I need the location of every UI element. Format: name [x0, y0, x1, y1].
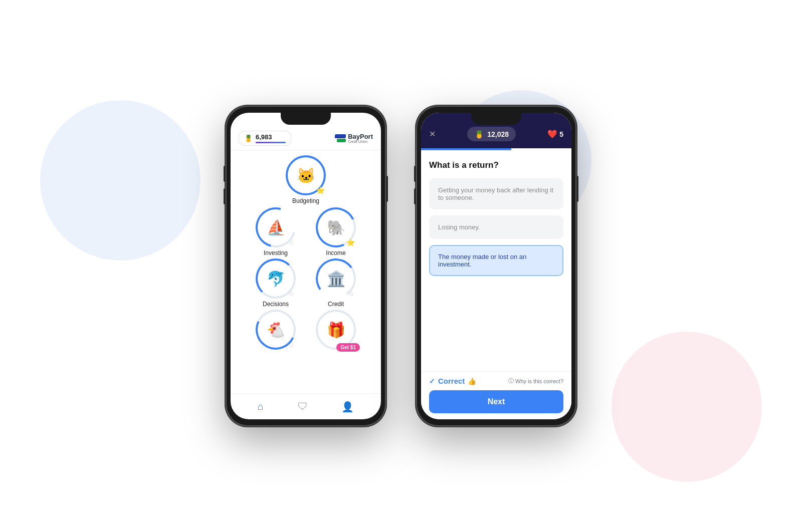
lives-value: 5 [559, 130, 563, 138]
star-budgeting: ⭐ [316, 186, 325, 194]
menu-item-investing[interactable]: ⛵ ☆ Investing [248, 207, 303, 256]
emoji-bottom2: 🎁 [327, 321, 345, 339]
phone-1-nav: ⌂ 🛡 👤 [231, 393, 381, 419]
heart-icon: ❤️ [547, 129, 557, 139]
quiz-score-value: 12,028 [487, 130, 509, 138]
correct-label: Correct [438, 377, 465, 385]
phone-2: ✕ 🍍 12,028 ❤️ 5 What is a return? Gettin… [416, 106, 576, 426]
emoji-bottom1: 🐔 [267, 321, 285, 339]
close-button[interactable]: ✕ [429, 129, 436, 139]
score-pineapple-icon: 🍍 [244, 134, 253, 142]
menu-row-3: 🐔 ☆ 🎁 Get $1 [248, 310, 363, 350]
circle-icon-bottom2: 🎁 Get $1 [316, 310, 356, 350]
star-income: ⭐ [346, 238, 355, 246]
phones-container: 🍍 6,983 BayPort Credit Un [226, 106, 576, 426]
menu-item-credit[interactable]: 🏛️ ☆ Credit [308, 258, 363, 308]
quiz-score-icon: 🍍 [474, 129, 484, 139]
quiz-question: What is a return? [429, 160, 563, 170]
vol-up-button-2 [414, 166, 416, 182]
phone-2-screen: ✕ 🍍 12,028 ❤️ 5 What is a return? Gettin… [421, 113, 571, 419]
power-button-2 [576, 176, 578, 202]
thumbs-up-icon: 👍 [468, 377, 476, 385]
checkmark-icon: ✓ [429, 377, 435, 385]
logo-sub: Credit Union [348, 140, 373, 143]
circle-icon-decisions: 🐬 ☆ [256, 258, 296, 299]
menu-row-1: ⛵ ☆ Investing 🐘 ⭐ Income [248, 207, 363, 256]
answer-option-2[interactable]: Losing money. [429, 215, 563, 239]
lives-display: ❤️ 5 [547, 129, 563, 139]
why-correct-link[interactable]: ⓘ Why is this correct? [508, 377, 563, 385]
correct-row: ✓ Correct 👍 ⓘ Why is this correct? [429, 377, 563, 385]
star-credit: ☆ [348, 290, 355, 298]
get-dollar-badge: Get $1 [336, 343, 360, 352]
menu-item-bottom1[interactable]: 🐔 ☆ [248, 310, 303, 350]
answer-option-3[interactable]: The money made or lost on an investment. [429, 245, 563, 276]
star-investing: ☆ [288, 238, 295, 246]
label-budgeting: Budgeting [292, 197, 319, 204]
phone-2-content: ✕ 🍍 12,028 ❤️ 5 What is a return? Gettin… [421, 113, 571, 419]
star-decisions: ☆ [288, 290, 295, 298]
circle-icon-income: 🐘 ⭐ [316, 207, 356, 247]
circle-icon-investing: ⛵ ☆ [256, 207, 296, 247]
logo-name: BayPort [348, 133, 373, 140]
answer-text-2: Losing money. [438, 223, 480, 231]
menu-item-income[interactable]: 🐘 ⭐ Income [308, 207, 363, 256]
phone-1-screen: 🍍 6,983 BayPort Credit Un [231, 113, 381, 419]
circle-icon-budgeting: 🐱 ⭐ [286, 155, 326, 195]
phone-1-header: 🍍 6,983 BayPort Credit Un [231, 127, 381, 150]
label-decisions: Decisions [263, 301, 289, 308]
flag-green [337, 139, 346, 142]
nav-profile-icon[interactable]: 👤 [341, 401, 354, 413]
notch-2 [471, 113, 521, 125]
quiz-score-pill: 🍍 12,028 [467, 127, 516, 141]
quiz-body: What is a return? Getting your money bac… [421, 150, 571, 371]
score-block: 6,983 [256, 133, 286, 143]
emoji-budgeting: 🐱 [297, 167, 315, 184]
label-income: Income [326, 249, 345, 256]
score-value: 6,983 [256, 133, 286, 141]
flag-blue [335, 134, 346, 138]
quiz-footer: ✓ Correct 👍 ⓘ Why is this correct? Next [421, 371, 571, 419]
menu-row-2: 🐬 ☆ Decisions 🏛️ ☆ Credit [248, 258, 363, 308]
menu-item-decisions[interactable]: 🐬 ☆ Decisions [248, 258, 303, 308]
bayport-logo: BayPort Credit Union [335, 133, 373, 143]
phone-1: 🍍 6,983 BayPort Credit Un [226, 106, 386, 426]
menu-grid: 🐱 ⭐ Budgeting ⛵ ☆ [231, 150, 381, 393]
notch-1 [281, 113, 331, 125]
nav-home-icon[interactable]: ⌂ [258, 401, 264, 412]
logo-flags [335, 134, 346, 142]
vol-down-button [224, 188, 226, 204]
label-investing: Investing [264, 249, 288, 256]
score-badge: 🍍 6,983 [239, 131, 291, 146]
emoji-income: 🐘 [327, 219, 345, 236]
menu-top: 🐱 ⭐ Budgeting [278, 155, 333, 204]
answer-option-1[interactable]: Getting your money back after lending it… [429, 178, 563, 209]
answer-text-1: Getting your money back after lending it… [438, 186, 553, 201]
emoji-credit: 🏛️ [327, 270, 345, 288]
next-button[interactable]: Next [429, 390, 563, 413]
menu-item-bottom2[interactable]: 🎁 Get $1 [308, 310, 363, 350]
score-bar [256, 142, 286, 143]
star-bottom1: ☆ [288, 341, 295, 349]
answer-text-3: The money made or lost on an investment. [438, 253, 526, 268]
nav-shield-icon[interactable]: 🛡 [298, 401, 308, 412]
emoji-decisions: 🐬 [267, 270, 285, 288]
correct-left: ✓ Correct 👍 [429, 377, 476, 385]
emoji-investing: ⛵ [267, 219, 285, 236]
phone-1-content: 🍍 6,983 BayPort Credit Un [231, 113, 381, 419]
why-circle-icon: ⓘ [508, 377, 514, 385]
blob-pink-right [612, 332, 762, 482]
why-label: Why is this correct? [515, 378, 563, 384]
circle-icon-credit: 🏛️ ☆ [316, 258, 356, 299]
circle-icon-bottom1: 🐔 ☆ [256, 310, 296, 350]
vol-down-button-2 [414, 188, 416, 204]
vol-up-button [224, 166, 226, 182]
blob-blue-left [40, 100, 200, 260]
menu-item-budgeting[interactable]: 🐱 ⭐ Budgeting [278, 155, 333, 204]
logo-text-block: BayPort Credit Union [348, 133, 373, 143]
power-button [386, 176, 388, 202]
label-credit: Credit [328, 301, 344, 308]
